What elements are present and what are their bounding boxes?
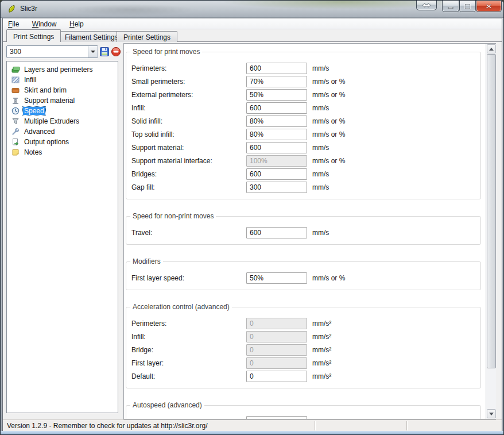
field-label: Gap fill: — [131, 183, 246, 191]
sidebar-item-infill[interactable]: Infill — [7, 75, 118, 85]
gap-fill-input[interactable] — [246, 182, 307, 193]
group-speed-for-non-print-moves: Speed for non-print movesTravel:mm/s — [126, 216, 481, 245]
close-icon[interactable] — [476, 1, 502, 12]
settings-row: Default:mm/s² — [131, 369, 475, 383]
field-label: First layer speed: — [131, 274, 246, 282]
vertical-scrollbar[interactable] — [486, 44, 496, 419]
settings-row: Solid infill:mm/s or % — [131, 114, 475, 128]
status-separator — [406, 421, 407, 430]
field-unit: mm/s² — [312, 333, 331, 341]
sidebar-item-multiple-extruders[interactable]: Multiple Extruders — [7, 116, 118, 126]
field-label: Bridge: — [131, 346, 246, 354]
sidebar-item-label: Notes — [23, 148, 43, 156]
client-area: File Window Help Print Settings Filament… — [2, 18, 502, 432]
sidebar-item-speed[interactable]: Speed — [7, 106, 118, 116]
first-layer-speed-input[interactable] — [246, 272, 307, 284]
field-label: External perimeters: — [131, 91, 246, 99]
sidebar-item-notes[interactable]: Notes — [7, 147, 118, 157]
field-label: Perimeters: — [131, 319, 246, 328]
scrollbar-thumb[interactable] — [487, 54, 496, 368]
tab-filament-settings[interactable]: Filament Settings — [58, 31, 125, 42]
perimeters-input — [246, 318, 307, 329]
field-label: Bridges: — [131, 170, 246, 178]
small-perimeters-input[interactable] — [246, 76, 307, 87]
top-solid-infill-input[interactable] — [246, 129, 307, 140]
save-preset-icon[interactable] — [99, 46, 110, 57]
sidebar-item-output-options[interactable]: Output options — [7, 137, 118, 147]
field-unit: mm/s or % — [312, 91, 345, 99]
menu-window[interactable]: Window — [27, 19, 62, 28]
field-label: Infill: — [131, 333, 246, 341]
group-title: Speed for non-print moves — [130, 212, 216, 220]
sidebar-item-layers-and-perimeters[interactable]: Layers and perimeters — [7, 64, 118, 75]
sidebar-item-label: Advanced — [23, 128, 56, 136]
group-autospeed-advanced: Autospeed (advanced) — [126, 405, 481, 419]
preset-select[interactable]: 300 — [6, 45, 98, 58]
solid-infill-input[interactable] — [246, 116, 307, 127]
field-label: Perimeters: — [131, 64, 246, 72]
tab-printer-settings[interactable]: Printer Settings — [117, 31, 177, 42]
layers-icon — [11, 66, 20, 74]
settings-row — [131, 415, 475, 419]
settings-row: Support material:mm/s — [131, 141, 475, 154]
settings-row: Small perimeters:mm/s or % — [131, 75, 475, 88]
delete-preset-icon[interactable] — [110, 46, 122, 57]
infill-icon — [11, 76, 20, 84]
maximize-icon[interactable] — [459, 1, 476, 12]
bridges-input[interactable] — [246, 168, 307, 180]
sidebar-item-advanced[interactable]: Advanced — [7, 126, 118, 137]
field-unit: mm/s — [312, 229, 329, 237]
field-unit: mm/s² — [312, 319, 331, 328]
settings-row: Infill:mm/s² — [131, 330, 475, 343]
menu-help[interactable]: Help — [64, 19, 89, 28]
field-input[interactable] — [246, 416, 307, 419]
group-title: Modifiers — [130, 257, 163, 265]
field-unit: mm/s² — [312, 346, 331, 354]
output-options-icon — [11, 138, 20, 146]
settings-scroll-area: Speed for print movesPerimeters:mm/sSmal… — [123, 43, 496, 419]
sidebar-item-support-material[interactable]: Support material — [7, 95, 118, 106]
default-input[interactable] — [246, 371, 307, 382]
field-unit: mm/s or % — [312, 117, 345, 125]
group-acceleration-control-advanced: Acceleration control (advanced)Perimeter… — [126, 307, 481, 388]
settings-row: Bridge:mm/s² — [131, 343, 475, 356]
group-title: Acceleration control (advanced) — [130, 303, 232, 311]
field-label: Infill: — [131, 104, 246, 112]
travel-input[interactable] — [246, 227, 307, 238]
infill-input[interactable] — [246, 102, 307, 114]
notes-icon — [11, 148, 20, 156]
status-separator — [315, 421, 315, 430]
settings-row: Top solid infill:mm/s or % — [131, 128, 475, 141]
tab-print-settings[interactable]: Print Settings — [6, 29, 61, 42]
chevron-down-icon[interactable] — [88, 46, 98, 57]
title-bar[interactable]: Slic3r — [1, 1, 503, 18]
infill-input — [246, 331, 307, 342]
slic3r-logo-icon — [7, 4, 17, 14]
field-unit: mm/s or % — [312, 130, 345, 138]
settings-row: Support material interface:mm/s or % — [131, 154, 475, 167]
scroll-down-icon[interactable] — [487, 409, 496, 418]
field-label: Solid infill: — [131, 117, 246, 125]
window-title: Slic3r — [20, 5, 37, 13]
group-modifiers: ModifiersFirst layer speed:mm/s or % — [126, 261, 481, 290]
perimeters-input[interactable] — [246, 63, 307, 74]
sidebar-item-label: Speed — [23, 107, 45, 115]
field-label: First layer: — [131, 359, 246, 367]
support-material-icon — [11, 97, 20, 105]
field-label: Support material interface: — [131, 157, 246, 165]
menu-file[interactable]: File — [3, 19, 24, 28]
field-unit: mm/s — [312, 64, 329, 72]
multiple-extruders-icon — [11, 117, 20, 125]
sidebar-item-skirt-and-brim[interactable]: Skirt and brim — [7, 85, 118, 95]
settings-tabs: Print Settings Filament Settings Printer… — [3, 29, 502, 42]
sidebar-item-label: Layers and perimeters — [23, 66, 94, 74]
support-material-input[interactable] — [246, 142, 307, 153]
external-perimeters-input[interactable] — [246, 89, 307, 101]
first-layer-input — [246, 357, 307, 369]
preset-value: 300 — [7, 48, 88, 56]
settings-row: First layer speed:mm/s or % — [131, 271, 475, 284]
scroll-up-icon[interactable] — [487, 44, 496, 53]
resize-horizontal-icon[interactable] — [416, 1, 437, 10]
sidebar-item-label: Multiple Extruders — [23, 117, 80, 125]
minimize-icon[interactable] — [442, 1, 459, 12]
